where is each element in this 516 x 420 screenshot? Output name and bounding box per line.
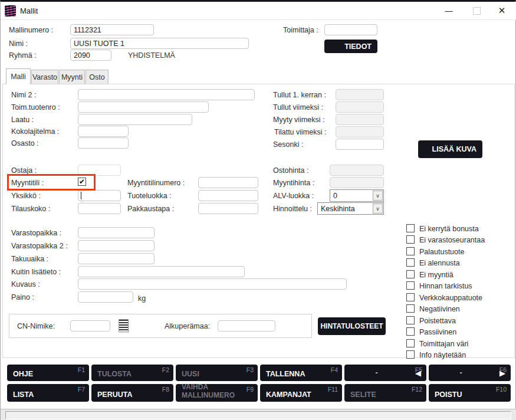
- varastopaikka2-label: Varastopaikka 2 :: [11, 242, 68, 250]
- takuuaika-input[interactable]: [78, 253, 155, 264]
- checkbox-poistettava[interactable]: [406, 316, 415, 324]
- checkbox-verkkokauppatuote[interactable]: [406, 293, 415, 301]
- tuoteluokka-label: Tuoteluokka :: [127, 192, 172, 200]
- toimtuotenro-label: Toim.tuotenro :: [11, 103, 60, 111]
- list-lookup-icon[interactable]: [119, 319, 129, 332]
- osasto-input[interactable]: [78, 137, 129, 149]
- toimittaja-label: Toimittaja :: [283, 26, 318, 34]
- mallinumero-input[interactable]: [70, 24, 154, 35]
- tab-osto[interactable]: Osto: [86, 70, 109, 84]
- tilauskoko-label: Tilauskoko :: [11, 205, 50, 213]
- arrow-right-icon: ▶: [499, 369, 505, 378]
- alkuperamaa-input[interactable]: [218, 320, 275, 332]
- tullutviimeksi-label: Tullut viimeksi :: [273, 103, 323, 111]
- tilauskoko-input[interactable]: [78, 203, 121, 214]
- paino-input[interactable]: [78, 291, 133, 303]
- tuoteluokka-input[interactable]: [198, 190, 258, 201]
- checkbox-label: Palautustuote: [419, 248, 464, 256]
- minimize-button[interactable]: —: [438, 3, 459, 18]
- toimtuotenro-input[interactable]: [78, 101, 209, 113]
- arrow-left-icon: ◀: [415, 369, 421, 378]
- title-bar: Mallit — ✕: [1, 2, 516, 20]
- chevron-down-icon[interactable]: ∨: [373, 191, 383, 201]
- alv-luokka-select[interactable]: 0 ∨: [330, 189, 384, 202]
- alv-luokka-label: ALV-luokka :: [273, 192, 314, 200]
- mallinumero-label: Mallinumero :: [9, 26, 53, 34]
- checkbox-label: Ei myyntiä: [419, 271, 453, 279]
- kokolajitelma-label: Kokolajitelma :: [11, 127, 59, 136]
- kuvaus-label: Kuvaus :: [11, 280, 40, 288]
- myytyviimeksi-label: Myyty viimeksi :: [273, 116, 325, 124]
- checkbox-toimittajan-vari[interactable]: [406, 339, 415, 347]
- lista-button[interactable]: LISTAF7: [7, 384, 89, 402]
- tiedot-button[interactable]: TIEDOT: [324, 40, 377, 53]
- hintatulosteet-button[interactable]: HINTATULOSTEET: [318, 317, 386, 335]
- ohje-button[interactable]: OHJEF1: [7, 365, 89, 381]
- tulosta-button: TULOSTAF2: [91, 365, 173, 381]
- tallenna-button[interactable]: TALLENNAF4: [260, 365, 342, 381]
- chevron-down-icon[interactable]: ∨: [373, 204, 383, 214]
- kokolajitelma-input[interactable]: [78, 126, 129, 137]
- toimittaja-input[interactable]: [324, 24, 377, 35]
- checkbox-label: Negatiivinen: [419, 305, 460, 313]
- tullut1-input: [336, 89, 384, 100]
- poistu-button[interactable]: POISTUF10: [429, 384, 511, 402]
- myyntihinta-input: [330, 177, 384, 188]
- maximize-icon: [473, 7, 481, 15]
- kuitin-lisatieto-input[interactable]: [78, 266, 245, 277]
- kuvaus-input[interactable]: [78, 278, 347, 290]
- checkbox-label: Poistettava: [419, 317, 456, 325]
- checkbox-info-naytetaan[interactable]: [406, 350, 415, 359]
- checkbox-hinnan-tarkistus[interactable]: [406, 281, 415, 290]
- checkbox-label: Verkkokauppatuote: [419, 294, 482, 302]
- checkbox-ei-kerryta-bonusta[interactable]: [406, 224, 415, 232]
- checkbox-negatiivinen[interactable]: [406, 304, 415, 313]
- status-bar-field: [5, 411, 511, 419]
- checkbox-ei-myyntia[interactable]: [406, 270, 415, 278]
- myyntitilinumero-label: Myyntitilinumero :: [127, 179, 185, 187]
- cn-nimike-input[interactable]: [70, 320, 110, 332]
- checkbox-ei-alennusta[interactable]: [406, 258, 415, 267]
- laatu-input[interactable]: [78, 114, 192, 125]
- tilattuviimeksi-input: [336, 126, 384, 137]
- tab-malli[interactable]: Malli: [6, 68, 31, 84]
- laatu-label: Laatu :: [11, 116, 34, 124]
- checkbox-palautustuote[interactable]: [406, 247, 415, 255]
- ryhma-name-text: YHDISTELMÄ: [128, 51, 175, 60]
- alkuperamaa-label: Alkuperämaa:: [165, 322, 210, 330]
- ryhma-input[interactable]: [70, 50, 111, 61]
- peruuta-button[interactable]: PERUUTAF8: [91, 384, 173, 402]
- checkbox-label: Info näytetään: [419, 351, 466, 359]
- myyntitilinumero-input[interactable]: [198, 177, 258, 188]
- close-button[interactable]: ✕: [491, 3, 512, 18]
- previous-record-button[interactable]: -F5◀: [344, 365, 426, 381]
- lisaa-kuva-button[interactable]: LISÄÄ KUVA: [418, 140, 482, 158]
- vaihda-mallinumero-button: VAIHDA MALLINUMEROF9: [176, 384, 258, 402]
- yksikko-input[interactable]: [78, 190, 121, 201]
- ryhma-label: Ryhmä :: [9, 51, 37, 60]
- uusi-button: UUSIF3: [176, 365, 258, 381]
- hinnoittelu-label: Hinnoittelu :: [273, 205, 312, 213]
- kampanjat-button[interactable]: KAMPANJATF11: [260, 384, 342, 402]
- tab-varasto[interactable]: Varasto: [31, 70, 58, 84]
- checkbox-label: Hinnan tarkistus: [419, 282, 472, 290]
- nimi2-input[interactable]: [78, 89, 255, 100]
- sesonki-label: Sesonki :: [273, 140, 303, 149]
- checkbox-ei-varastoseurantaa[interactable]: [406, 235, 415, 244]
- next-record-button[interactable]: -F6▶: [429, 365, 511, 381]
- varastopaikka-input[interactable]: [78, 227, 155, 238]
- ostohinta-input: [330, 165, 384, 176]
- hinnoittelu-select[interactable]: Keskihinta ∨: [317, 202, 384, 215]
- pakkaustapa-input[interactable]: [198, 203, 258, 214]
- nimi-input[interactable]: [70, 38, 249, 49]
- varastopaikka2-input[interactable]: [78, 240, 155, 251]
- checkbox-label: Ei alennusta: [419, 259, 460, 267]
- app-icon: [5, 5, 16, 17]
- takuuaika-label: Takuuaika :: [11, 255, 48, 263]
- sesonki-input[interactable]: [336, 139, 384, 150]
- pakkaustapa-label: Pakkaustapa :: [127, 205, 174, 213]
- checkbox-passiivinen[interactable]: [406, 327, 415, 336]
- tab-myynti[interactable]: Myynti: [59, 70, 85, 84]
- ostaja-label: Ostaja :: [11, 166, 37, 175]
- checkbox-label: Ei varastoseurantaa: [419, 236, 485, 244]
